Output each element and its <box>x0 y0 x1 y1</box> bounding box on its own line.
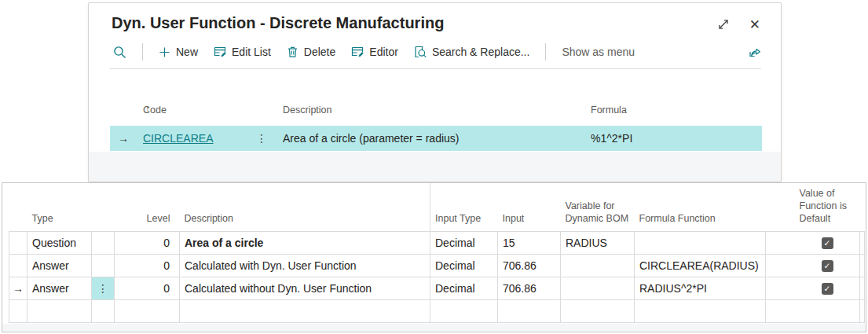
function-row-selected[interactable]: → CIRCLEAREA ⋮ Area of a circle (paramet… <box>110 126 762 151</box>
value-default-checkbox[interactable]: ✓ <box>822 283 833 295</box>
level-cell[interactable]: 0 <box>115 231 180 254</box>
column-header-formula[interactable]: Formula <box>591 105 627 116</box>
edit-list-button[interactable]: Edit List <box>214 46 271 58</box>
edit-list-icon <box>214 46 226 58</box>
search-replace-icon <box>414 46 427 58</box>
toolbar-underline <box>110 68 761 69</box>
formula-function-cell[interactable] <box>635 299 766 322</box>
input-type-cell[interactable]: Decimal <box>430 231 498 254</box>
column-header-description[interactable]: Description <box>283 105 332 116</box>
input-type-cell[interactable]: Decimal <box>430 277 498 299</box>
description-cell[interactable]: Area of a circle <box>180 231 430 254</box>
description-cell[interactable]: Calculated without Dyn. User Function <box>180 277 430 299</box>
lines-table: Type Level Description Input Type Input … <box>9 183 865 323</box>
right-gutter-cell <box>860 277 865 299</box>
plus-icon <box>159 46 170 58</box>
value-default-cell: ✓ <box>766 231 860 254</box>
column-header-input-type[interactable]: Input Type <box>430 183 498 231</box>
value-default-checkbox[interactable]: ✓ <box>822 237 833 249</box>
level-cell[interactable]: 0 <box>115 254 180 277</box>
description-cell[interactable]: Calculated with Dyn. User Function <box>180 254 430 277</box>
type-cell[interactable]: Answer <box>27 277 92 299</box>
right-gutter-cell <box>860 299 865 322</box>
function-description[interactable]: Area of a circle (parameter = radius) <box>283 126 459 151</box>
input-cell[interactable]: 15 <box>498 231 561 254</box>
value-default-checkbox[interactable]: ✓ <box>822 260 833 272</box>
table-row[interactable]: Answer 0 Calculated with Dyn. User Funct… <box>9 254 865 277</box>
formula-function-cell[interactable] <box>635 231 766 254</box>
value-default-cell: ✓ <box>766 277 860 299</box>
column-header-input[interactable]: Input <box>498 183 561 231</box>
column-header-type[interactable]: Type <box>27 183 92 231</box>
search-icon[interactable] <box>113 46 126 59</box>
type-cell[interactable]: Answer <box>27 254 92 277</box>
variable-cell[interactable] <box>561 277 635 299</box>
column-header-right-gutter <box>860 183 865 231</box>
table-row-empty[interactable]: ✓ <box>9 299 865 322</box>
empty-list-area <box>89 152 781 182</box>
type-cell[interactable] <box>27 299 92 322</box>
column-header-formula-function[interactable]: Formula Function <box>635 183 766 231</box>
toolbar: New Edit List Delete <box>89 39 781 64</box>
check-icon: ✓ <box>824 284 831 293</box>
delete-button[interactable]: Delete <box>287 46 335 58</box>
simulation-lines-panel: Type Level Description Input Type Input … <box>2 182 866 332</box>
column-header-value-of-function-is-default[interactable]: Value of Function is Default <box>766 183 860 231</box>
row-menu-cell[interactable] <box>92 299 115 322</box>
column-header-rowmenu <box>92 183 115 231</box>
window-controls: ✕ <box>716 17 760 31</box>
current-row-arrow-icon: → <box>9 277 27 299</box>
input-cell[interactable]: 706.86 <box>498 254 561 277</box>
new-button[interactable]: New <box>159 46 198 58</box>
row-menu-icon[interactable]: ⋮ <box>92 277 115 299</box>
dyn-user-function-dialog: Dyn. User Function - Discrete Manufactur… <box>88 2 782 182</box>
expand-icon[interactable] <box>716 17 731 31</box>
row-selector-cell[interactable] <box>9 254 27 277</box>
level-cell[interactable]: 0 <box>115 277 180 299</box>
function-formula[interactable]: %1^2*PI <box>591 126 632 151</box>
type-cell[interactable]: Question <box>27 231 92 254</box>
description-cell[interactable] <box>180 299 430 322</box>
row-selector-cell[interactable] <box>9 231 27 254</box>
right-gutter-cell <box>860 254 865 277</box>
level-cell[interactable] <box>115 299 180 322</box>
value-default-cell: ✓ <box>766 254 860 277</box>
current-row-arrow-icon: → <box>118 126 129 151</box>
search-replace-button[interactable]: Search & Replace... <box>414 46 530 58</box>
toolbar-divider <box>142 43 143 61</box>
show-as-menu-button[interactable]: Show as menu <box>562 46 635 58</box>
variable-cell[interactable] <box>561 254 635 277</box>
page-title: Dyn. User Function - Discrete Manufactur… <box>112 14 716 32</box>
lines-header-row: Type Level Description Input Type Input … <box>9 183 865 231</box>
share-icon[interactable] <box>748 46 761 58</box>
column-header-gutter <box>9 183 27 231</box>
variable-cell[interactable]: RADIUS <box>561 231 635 254</box>
input-type-cell[interactable]: Decimal <box>430 254 498 277</box>
right-gutter-cell <box>860 231 865 254</box>
row-menu-icon[interactable]: ⋮ <box>256 126 267 151</box>
input-cell[interactable] <box>498 299 561 322</box>
panel-bottom-strip <box>2 324 866 332</box>
value-default-cell: ✓ <box>766 299 860 322</box>
formula-function-cell[interactable]: CIRCLEAREA(RADIUS) <box>635 254 766 277</box>
input-cell[interactable]: 706.86 <box>498 277 561 299</box>
column-header-variable-for-dynamic-bom[interactable]: Variable for Dynamic BOM <box>561 183 635 231</box>
check-icon: ✓ <box>824 239 831 248</box>
close-icon[interactable]: ✕ <box>749 18 760 31</box>
code-link[interactable]: CIRCLEAREA <box>143 126 213 151</box>
variable-cell[interactable] <box>561 299 635 322</box>
row-menu-cell[interactable] <box>92 231 115 254</box>
column-header-description[interactable]: Description <box>180 183 430 231</box>
row-menu-cell[interactable] <box>92 254 115 277</box>
sort-ascending-icon: ↑ <box>145 104 150 113</box>
dialog-header: Dyn. User Function - Discrete Manufactur… <box>89 3 781 32</box>
formula-function-cell[interactable]: RADIUS^2*PI <box>635 277 766 299</box>
table-row-current[interactable]: → Answer ⋮ 0 Calculated without Dyn. Use… <box>9 277 865 299</box>
column-header-level[interactable]: Level <box>115 183 180 231</box>
input-type-cell[interactable] <box>430 299 498 322</box>
editor-icon <box>351 46 364 58</box>
table-row[interactable]: Question 0 Area of a circle Decimal 15 R… <box>9 231 865 254</box>
editor-button[interactable]: Editor <box>351 46 398 58</box>
trash-icon <box>287 46 298 58</box>
row-selector-cell[interactable] <box>9 299 27 322</box>
